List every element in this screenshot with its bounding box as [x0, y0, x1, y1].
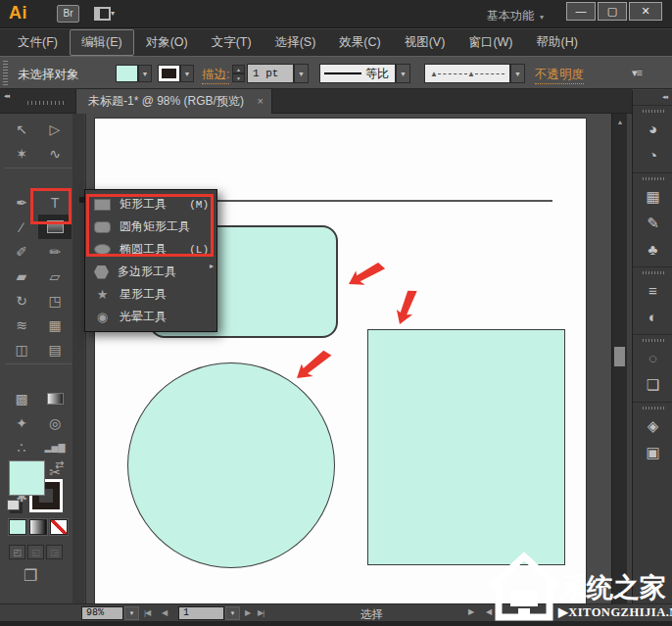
flyout-item-flare-tool[interactable]: ◉ 光晕工具	[85, 306, 216, 328]
fill-indicator[interactable]	[9, 460, 45, 496]
maximize-button[interactable]: ▢	[598, 2, 627, 21]
appearance-panel-icon[interactable]: ◌	[633, 345, 672, 371]
free-transform-tool-icon[interactable]: ▦	[38, 313, 72, 337]
eraser-tool-icon[interactable]: ▱	[38, 264, 72, 288]
zoom-dropdown[interactable]: ▼	[124, 606, 139, 620]
toolbar-collapse-icon[interactable]: ◂◂	[4, 92, 9, 100]
flyout-tearoff-icon[interactable]: ▸	[210, 262, 214, 270]
next-artboard-button[interactable]: ▶	[245, 606, 250, 620]
swatches-panel-icon[interactable]: ▦	[633, 183, 672, 210]
menu-file[interactable]: 文件(F)	[6, 29, 70, 56]
symbol-sprayer-tool-icon[interactable]: ∴	[5, 435, 38, 459]
eyedropper-tool-icon[interactable]: ✦	[5, 410, 38, 435]
hscroll-right-icon[interactable]: ▶	[468, 607, 474, 616]
perspective-grid-tool-icon[interactable]: ▤	[38, 337, 72, 361]
tab-close-icon[interactable]: ×	[258, 89, 264, 113]
layers-panel-icon[interactable]: ◈	[633, 412, 672, 439]
gradient-tool-icon[interactable]	[38, 386, 72, 410]
document-tab[interactable]: 未标题-1* @ 98% (RGB/预览)×	[75, 89, 272, 114]
flyout-item-polygon-tool[interactable]: 多边形工具	[85, 261, 216, 283]
none-button[interactable]	[50, 519, 68, 535]
draw-normal-icon[interactable]: ◰	[9, 545, 25, 559]
artboards-panel-icon[interactable]: ▣	[633, 439, 672, 465]
color-button[interactable]	[9, 519, 26, 535]
stroke-panel-icon[interactable]: ≡	[633, 277, 672, 304]
fill-color-dropdown[interactable]: ▼	[138, 65, 152, 82]
panel-gripper[interactable]	[3, 61, 8, 85]
color-guide-panel-icon[interactable]: ◔	[633, 142, 672, 169]
blob-brush-tool-icon[interactable]: ▰	[5, 264, 38, 288]
menu-help[interactable]: 帮助(H)	[525, 29, 590, 56]
stroke-style-select[interactable]: 等比	[319, 64, 396, 83]
workspace-selector[interactable]: 基本功能▾	[487, 8, 544, 24]
stroke-panel-link[interactable]: 描边:	[202, 67, 229, 84]
color-panel-icon[interactable]: ◕	[633, 116, 672, 142]
menu-edit[interactable]: 编辑(E)	[70, 29, 134, 56]
menu-type[interactable]: 文字(T)	[200, 29, 264, 56]
stroke-color-dropdown[interactable]: ▼	[180, 65, 194, 82]
dock-gripper[interactable]	[643, 271, 664, 274]
workspace-switcher-icon[interactable]: ▾	[94, 7, 123, 22]
gradient-button[interactable]	[29, 519, 47, 535]
draw-inside-icon[interactable]: ◲	[46, 545, 63, 559]
stroke-width-stepper[interactable]: ▲▼	[232, 65, 245, 82]
graphic-styles-panel-icon[interactable]: ❏	[633, 371, 672, 398]
stepper-down-icon[interactable]: ▼	[232, 73, 245, 82]
stepper-up-icon[interactable]: ▲	[232, 65, 245, 73]
menu-object[interactable]: 对象(O)	[134, 29, 200, 56]
scale-tool-icon[interactable]: ◳	[38, 288, 72, 313]
flyout-item-star-tool[interactable]: ★ 星形工具	[85, 283, 216, 306]
default-fill-stroke-icon[interactable]	[7, 500, 20, 510]
canvas-rectangle[interactable]	[367, 329, 565, 565]
first-artboard-button[interactable]: |◀	[144, 606, 150, 620]
pencil-tool-icon[interactable]: ✏	[38, 239, 72, 264]
screen-mode-icon[interactable]: ❐	[24, 566, 37, 585]
swap-fill-stroke-icon[interactable]: ⇄	[55, 458, 64, 471]
opacity-panel-link[interactable]: 不透明度	[535, 67, 584, 84]
rotate-tool-icon[interactable]: ↻	[5, 288, 38, 313]
direct-selection-tool-icon[interactable]: ▷	[38, 117, 72, 141]
vertical-scroll-thumb[interactable]	[614, 347, 625, 366]
dock-gripper[interactable]	[643, 407, 664, 409]
menu-effect[interactable]: 效果(C)	[327, 29, 392, 56]
minimize-button[interactable]: —	[566, 2, 596, 21]
paintbrush-tool-icon[interactable]: ✐	[5, 239, 38, 264]
stroke-width-input[interactable]: 1 pt	[247, 64, 294, 83]
magic-wand-tool-icon[interactable]: ✶	[5, 141, 38, 166]
canvas-circle[interactable]	[127, 362, 335, 568]
draw-behind-icon[interactable]: ◱	[27, 545, 44, 559]
mesh-tool-icon[interactable]: ▩	[5, 386, 38, 410]
column-graph-tool-icon[interactable]: ▂▅▇	[38, 435, 72, 459]
bridge-button[interactable]: Br	[57, 5, 79, 23]
control-panel-menu-icon[interactable]: ▾≡	[632, 67, 642, 79]
menu-view[interactable]: 视图(V)	[393, 29, 457, 56]
transparency-panel-icon[interactable]: ◐	[633, 304, 672, 330]
menu-select[interactable]: 选择(S)	[264, 29, 328, 56]
toolbar-gripper[interactable]	[27, 101, 65, 105]
stroke-color-swatch[interactable]	[158, 65, 180, 82]
menu-window[interactable]: 窗口(W)	[456, 29, 524, 56]
dock-gripper[interactable]	[643, 110, 664, 113]
lasso-tool-icon[interactable]: ∿	[38, 141, 72, 166]
canvas-vertical-scrollbar[interactable]: ▲ ▼	[611, 114, 627, 603]
shape-builder-tool-icon[interactable]: ◫	[5, 337, 38, 361]
previous-artboard-button[interactable]: ◀	[162, 606, 167, 620]
artboard-dropdown[interactable]: ▼	[225, 606, 240, 620]
fill-color-swatch[interactable]	[116, 65, 138, 82]
stroke-width-dropdown[interactable]: ▼	[294, 64, 309, 83]
brushes-panel-icon[interactable]: ✎	[633, 210, 672, 236]
width-tool-icon[interactable]: ≋	[5, 313, 38, 337]
dock-collapse-icon[interactable]: ◂◂	[662, 93, 667, 101]
stroke-style-dropdown[interactable]: ▼	[396, 64, 410, 83]
close-button[interactable]: ✕	[629, 2, 662, 21]
width-profile-dropdown[interactable]: ▼	[510, 64, 525, 83]
zoom-level-input[interactable]: 98%	[81, 606, 123, 620]
symbols-panel-icon[interactable]: ♣	[633, 236, 672, 263]
selection-tool-icon[interactable]: ↖	[5, 117, 38, 141]
dock-gripper[interactable]	[643, 339, 664, 342]
dock-gripper[interactable]	[643, 177, 664, 180]
width-profile-select[interactable]: ▲▲	[424, 64, 510, 83]
blend-tool-icon[interactable]: ◎	[38, 410, 72, 435]
last-artboard-button[interactable]: ▶|	[258, 606, 264, 620]
scroll-up-icon[interactable]: ▲	[612, 116, 627, 129]
